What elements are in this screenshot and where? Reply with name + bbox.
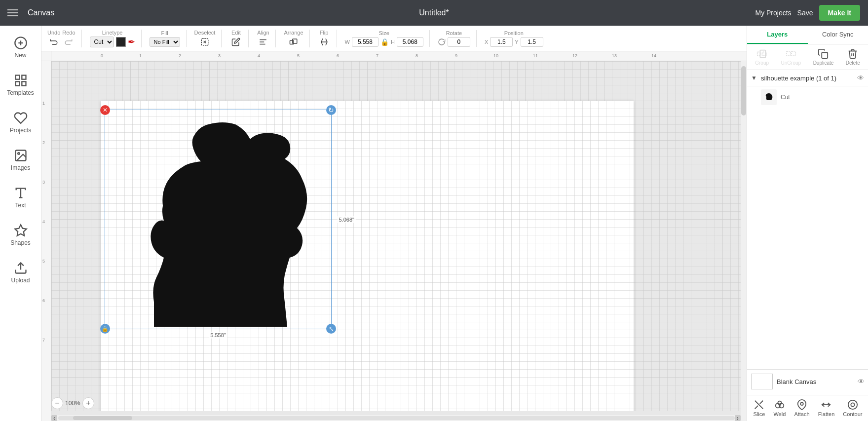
pos-y-label: Y [515,39,518,45]
scrollbar-vertical[interactable] [741,51,747,421]
zoom-out-button[interactable]: − [51,397,63,409]
layer-thumbnail [761,89,777,105]
ruler-h-tick: 12 [572,53,577,58]
duplicate-label: Duplicate [813,60,834,66]
toolbar: Undo Redo Linetype Cut ✒ Fill [41,26,868,51]
height-input[interactable] [397,37,423,47]
size-label: Size [379,30,389,36]
selected-object-container[interactable]: ✕ ↻ 🔒 ⤡ + 5.558" 5.068" [105,110,332,329]
upload-icon [14,261,28,275]
my-projects-button[interactable]: My Projects [755,9,791,17]
flatten-button[interactable]: Flatten [818,399,835,417]
sidebar-item-templates[interactable]: Templates [1,67,40,103]
sidebar-item-text[interactable]: Text [1,180,40,215]
duplicate-button[interactable]: Duplicate [813,48,834,66]
edit-button[interactable] [229,37,242,47]
redo-button[interactable] [62,37,75,47]
delete-icon [847,48,858,59]
flatten-label: Flatten [818,411,835,417]
undo-button[interactable] [47,37,60,47]
zoom-controls: − 100% + [51,397,94,409]
width-input[interactable] [352,37,378,47]
zoom-in-button[interactable]: + [82,397,94,409]
layer-entry: ▼ silhouette example (1 of 1) 👁 [747,70,868,86]
pos-x-label: X [485,39,488,45]
layer-name: silhouette example (1 of 1) [761,75,853,82]
ruler-h-tick: 11 [533,53,538,58]
canvas-area[interactable]: 0 1 2 3 4 5 6 7 8 9 10 11 12 13 14 1 2 3… [41,51,747,421]
pos-y-input[interactable] [521,37,543,47]
layer-visibility-toggle[interactable]: 👁 [857,74,864,82]
rotate-input[interactable] [448,37,470,47]
pos-x-input[interactable] [490,37,513,47]
layer-expand-arrow[interactable]: ▼ [751,75,757,81]
linetype-select[interactable]: Cut [90,37,114,47]
svg-rect-27 [822,52,828,58]
sidebar-label-new: New [14,52,26,59]
text-icon [14,186,28,200]
sidebar-label-templates: Templates [7,89,34,96]
attach-button[interactable]: Attach [794,399,809,417]
flip-button[interactable] [318,37,331,47]
sidebar-item-shapes[interactable]: Shapes [1,217,40,253]
right-panel-actions: Group UnGroup Duplicate Delete [747,44,868,70]
rotate-label: Rotate [446,30,462,36]
deselect-label: Deselect [194,30,216,36]
fill-label: Fill [161,30,168,36]
position-label: Position [504,30,524,36]
canvas-preview-swatch[interactable] [751,374,773,389]
sidebar-item-upload[interactable]: Upload [1,255,40,290]
rotate-icon [438,38,446,46]
deselect-button[interactable] [198,37,211,47]
sidebar: New Templates Projects Images Text Shape… [0,26,41,421]
align-button[interactable] [257,37,269,47]
group-button[interactable]: Group [755,48,769,66]
ruler-horizontal: 0 1 2 3 4 5 6 7 8 9 10 11 12 13 14 [51,51,747,61]
undo-label: Undo [47,30,60,36]
hamburger-menu[interactable] [0,9,26,16]
ungroup-button[interactable]: UnGroup [781,48,801,66]
sidebar-item-images[interactable]: Images [1,142,40,178]
sidebar-label-images: Images [11,164,30,171]
layer-sub-label: Cut [781,94,790,101]
height-label: H [391,39,395,45]
scrollbar-v-thumb[interactable] [741,66,746,115]
slice-label: Slice [754,411,765,417]
arrange-button[interactable] [287,37,300,47]
templates-icon [14,74,28,87]
attach-icon [796,399,807,410]
make-it-button[interactable]: Make It [819,5,860,21]
sidebar-label-projects: Projects [10,127,31,134]
slice-icon [754,399,764,410]
svg-rect-12 [15,76,19,79]
svg-rect-26 [792,51,795,55]
scroll-right-button[interactable]: › [735,415,741,421]
sidebar-item-projects[interactable]: Projects [1,105,40,140]
topbar: Canvas Untitled* My Projects Save Make I… [0,0,868,26]
slice-button[interactable]: Slice [754,399,765,417]
canvas-viewport[interactable]: ✕ ↻ 🔒 ⤡ + 5.558" 5.068" [51,61,747,411]
tab-color-sync[interactable]: Color Sync [808,26,868,44]
canvas-visibility-toggle[interactable]: 👁 [858,378,865,385]
svg-rect-15 [22,81,26,85]
delete-button[interactable]: Delete [846,48,860,66]
ruler-h-tick: 14 [651,53,656,58]
delete-label: Delete [846,60,860,66]
fill-select[interactable]: No Fill [150,37,180,47]
weld-button[interactable]: Weld [773,399,786,417]
tab-layers[interactable]: Layers [747,26,808,44]
ruler-v-tick: 7 [42,338,45,343]
save-button[interactable]: Save [797,9,813,17]
images-icon [14,149,28,162]
fill-color-swatch[interactable] [116,37,126,47]
zoom-label: 100% [65,400,80,407]
right-panel-footer: Blank Canvas 👁 [747,369,868,393]
contour-button[interactable]: Contour [843,399,862,417]
doc-title: Untitled* [419,8,449,17]
scrollbar-h-thumb[interactable] [73,416,132,420]
scroll-left-button[interactable]: ‹ [51,415,57,421]
svg-rect-25 [787,51,791,55]
sidebar-item-new[interactable]: New [1,30,40,65]
scrollbar-horizontal[interactable]: ‹ › [51,415,741,421]
sidebar-label-upload: Upload [11,277,30,284]
